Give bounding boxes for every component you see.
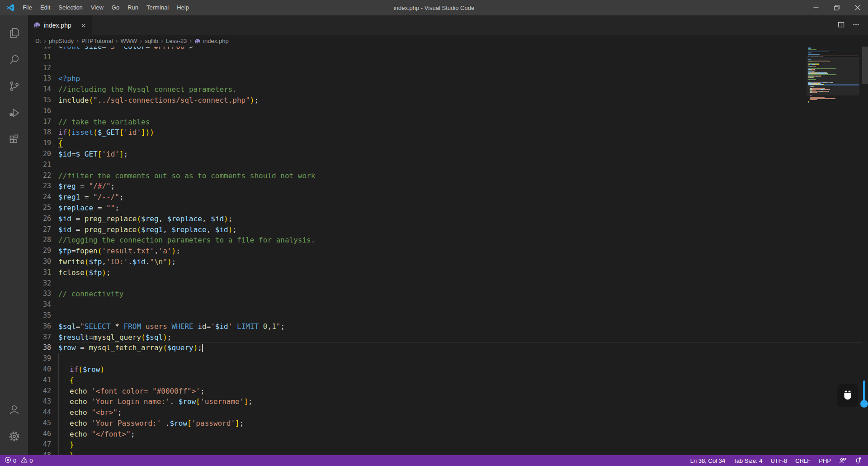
menu-run[interactable]: Run (123, 0, 142, 15)
breadcrumb-segment-sqllib[interactable]: sqllib (145, 38, 158, 44)
menu-view[interactable]: View (87, 0, 108, 15)
code-line-12[interactable]: 12 (28, 63, 868, 74)
code-line-11[interactable]: 11 (28, 52, 868, 63)
activity-bar (0, 15, 28, 455)
menu-file[interactable]: File (19, 0, 36, 15)
breadcrumb-segment-phpstudy[interactable]: phpStudy (49, 38, 74, 44)
code-line-44[interactable]: 44echo "<br>"; (28, 407, 868, 418)
breadcrumb-segment-phptutorial[interactable]: PHPTutorial (81, 38, 113, 44)
code-line-47[interactable]: 47} (28, 439, 868, 450)
code-line-17[interactable]: 17// take the variables (28, 117, 868, 128)
line-number: 45 (28, 418, 51, 429)
chevron-right-icon: › (116, 37, 118, 44)
notifications-bell-icon[interactable] (854, 457, 862, 464)
code-line-10[interactable]: 10<font size="3" color="#FFFF00"> (28, 47, 868, 52)
workbench: index.php D:›phpStudy›PHPTutorial› (0, 15, 868, 455)
split-editor-icon[interactable] (837, 21, 845, 30)
code-editor[interactable]: 10<font size="3" color="#FFFF00">111213<… (28, 47, 868, 455)
tab-index-php[interactable]: index.php (28, 15, 92, 35)
code-line-23[interactable]: 23$reg = "/#/"; (28, 181, 868, 192)
code-line-21[interactable]: 21 (28, 160, 868, 171)
code-line-31[interactable]: 31fclose($fp); (28, 267, 868, 278)
run-and-debug-icon[interactable] (0, 100, 28, 126)
code-line-22[interactable]: 22//filter the comments out so as to com… (28, 171, 868, 181)
code-line-42[interactable]: 42echo '<font color= "#0000ff">'; (28, 386, 868, 397)
code-line-27[interactable]: 27$id = preg_replace($reg1, $replace, $i… (28, 224, 868, 235)
code-line-25[interactable]: 25$replace = ""; (28, 203, 868, 214)
code-line-28[interactable]: 28//logging the connection parameters to… (28, 235, 868, 246)
code-line-20[interactable]: 20$id=$_GET['id']; (28, 149, 868, 160)
code-line-39[interactable]: 39 (28, 353, 868, 364)
line-number: 16 (28, 106, 51, 117)
explorer-icon[interactable] (0, 19, 28, 46)
mouse-indicator-overlay (837, 384, 858, 407)
menu-selection[interactable]: Selection (54, 0, 86, 15)
code-line-14[interactable]: 14//including the Mysql connect paramete… (28, 84, 868, 95)
code-line-16[interactable]: 16 (28, 106, 868, 117)
line-number: 34 (28, 300, 51, 310)
status-cursor-position[interactable]: Ln 38, Col 34 (690, 457, 725, 464)
status-encoding[interactable]: UTF-8 (770, 457, 787, 464)
line-number: 43 (28, 396, 51, 407)
menu-bar: FileEditSelectionViewGoRunTerminalHelp (19, 0, 193, 15)
breadcrumb-segment-less-23[interactable]: Less-23 (166, 38, 187, 44)
code-line-43[interactable]: 43echo 'Your Login name:'. $row['usernam… (28, 396, 868, 407)
line-number: 25 (28, 203, 51, 214)
scrollbar-slider[interactable] (862, 47, 868, 84)
extensions-icon[interactable] (0, 126, 28, 153)
search-icon[interactable] (0, 46, 28, 73)
menu-terminal[interactable]: Terminal (142, 0, 173, 15)
code-line-45[interactable]: 45echo 'Your Password:' .$row['password'… (28, 418, 868, 429)
code-line-46[interactable]: 46echo "</font>"; (28, 429, 868, 440)
menu-edit[interactable]: Edit (36, 0, 54, 15)
code-line-32[interactable]: 32 (28, 278, 868, 289)
line-number: 40 (28, 364, 51, 375)
settings-gear-icon[interactable] (0, 423, 28, 450)
code-line-37[interactable]: 37$result=mysql_query($sql); (28, 332, 868, 343)
line-number: 21 (28, 160, 51, 171)
menu-help[interactable]: Help (173, 0, 193, 15)
chevron-right-icon: › (189, 37, 192, 44)
code-line-19[interactable]: 19{ (28, 138, 868, 149)
minimap[interactable] (807, 48, 860, 165)
restore-button[interactable] (826, 0, 847, 15)
status-indentation[interactable]: Tab Size: 4 (733, 457, 762, 464)
code-line-41[interactable]: 41{ (28, 375, 868, 386)
code-line-26[interactable]: 26$id = preg_replace($reg, $replace, $id… (28, 214, 868, 224)
accounts-icon[interactable] (0, 396, 28, 423)
close-window-button[interactable] (847, 0, 868, 15)
menu-go[interactable]: Go (108, 0, 123, 15)
code-line-48[interactable]: 48} (28, 450, 868, 455)
mouse-icon (842, 389, 854, 402)
line-number: 29 (28, 246, 51, 257)
code-line-36[interactable]: 36$sql="SELECT * FROM users WHERE id='$i… (28, 321, 868, 332)
problems-indicator[interactable]: 0 0 (5, 456, 33, 465)
code-line-13[interactable]: 13<?php (28, 73, 868, 84)
breadcrumb-segment-index-php[interactable]: index.php (203, 38, 228, 44)
code-line-29[interactable]: 29$fp=fopen('result.txt','a'); (28, 246, 868, 257)
code-line-40[interactable]: 40if($row) (28, 364, 868, 375)
code-line-38[interactable]: 38$row = mysql_fetch_array($query); (28, 342, 868, 353)
status-language-mode[interactable]: PHP (819, 457, 831, 464)
line-number: 42 (28, 386, 51, 397)
code-line-35[interactable]: 35 (28, 310, 868, 321)
tab-close-icon[interactable] (80, 22, 87, 29)
code-line-18[interactable]: 18if(isset($_GET['id'])) (28, 127, 868, 138)
breadcrumb-segment-d-[interactable]: D: (35, 38, 41, 44)
code-line-33[interactable]: 33// connectivity (28, 289, 868, 300)
breadcrumb-segment-www[interactable]: WWW (121, 38, 137, 44)
code-line-15[interactable]: 15include("../sql-connections/sql-connec… (28, 95, 868, 106)
chevron-right-icon: › (161, 37, 163, 44)
line-number: 31 (28, 267, 51, 278)
line-number: 44 (28, 407, 51, 418)
source-control-icon[interactable] (0, 73, 28, 100)
code-line-34[interactable]: 34 (28, 300, 868, 310)
more-actions-icon[interactable] (852, 21, 860, 30)
status-eol[interactable]: CRLF (795, 457, 811, 464)
code-line-24[interactable]: 24$reg1 = "/--/"; (28, 192, 868, 203)
code-line-30[interactable]: 30fwrite($fp,'ID:'.$id."\n"); (28, 257, 868, 267)
feedback-icon[interactable] (839, 457, 846, 464)
chevron-right-icon: › (140, 37, 142, 44)
minimize-button[interactable] (806, 0, 826, 15)
line-number: 30 (28, 257, 51, 267)
